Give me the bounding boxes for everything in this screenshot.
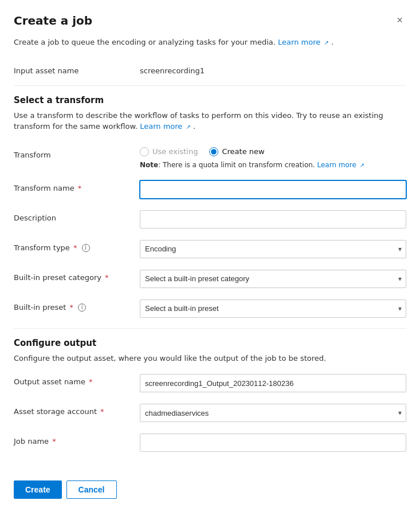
radio-create-new[interactable]: Create new xyxy=(209,147,264,156)
create-button[interactable]: Create xyxy=(14,480,62,499)
job-name-label: Job name * xyxy=(14,434,140,446)
learn-more-link-2[interactable]: Learn more ↗ xyxy=(140,122,193,131)
built-in-preset-select[interactable]: Select a built-in preset xyxy=(140,300,406,318)
built-in-preset-label: Built-in preset * i xyxy=(14,300,140,312)
job-name-row: Job name * xyxy=(14,428,406,458)
description-row: Description xyxy=(14,204,406,234)
transform-type-select[interactable]: Encoding Analyzing xyxy=(140,240,406,258)
dialog-title: Create a job xyxy=(14,14,92,27)
external-link-icon-1: ↗ xyxy=(324,40,328,46)
dialog-header: Create a job × xyxy=(14,14,406,27)
radio-create-new-input[interactable] xyxy=(209,147,218,156)
output-asset-name-row: Output asset name * xyxy=(14,368,406,398)
transform-name-label: Transform name * xyxy=(14,180,140,192)
radio-use-existing-input[interactable] xyxy=(140,147,149,156)
select-transform-title: Select a transform xyxy=(14,95,406,105)
output-asset-name-label: Output asset name * xyxy=(14,374,140,386)
asset-storage-account-label: Asset storage account * xyxy=(14,404,140,416)
input-asset-label: Input asset name xyxy=(14,63,140,75)
preset-category-row: Built-in preset category * Select a buil… xyxy=(14,264,406,294)
external-link-icon-2: ↗ xyxy=(186,124,190,130)
configure-output-section: Configure output Configure the output as… xyxy=(14,338,406,458)
built-in-preset-select-wrapper: Select a built-in preset ▾ xyxy=(140,300,406,318)
transform-radio-group: Use existing Create new xyxy=(140,147,364,156)
asset-storage-account-select-wrapper: chadmediaservices ▾ xyxy=(140,404,406,422)
input-asset-value: screenrecording1 xyxy=(140,63,406,75)
transform-type-row: Transform type * i Encoding Analyzing ▾ xyxy=(14,234,406,264)
asset-storage-account-select[interactable]: chadmediaservices xyxy=(140,404,406,422)
transform-radio-label: Transform xyxy=(14,147,140,159)
transform-type-select-wrapper: Encoding Analyzing ▾ xyxy=(140,240,406,258)
quota-note: Note: There is a quota limit on transfor… xyxy=(140,161,364,169)
preset-category-label: Built-in preset category * xyxy=(14,270,140,282)
description-input[interactable] xyxy=(140,210,406,229)
learn-more-link-3[interactable]: Learn more ↗ xyxy=(317,161,364,169)
description-label: Description xyxy=(14,210,140,222)
header-description: Create a job to queue the encoding or an… xyxy=(14,37,406,48)
divider-2 xyxy=(14,328,406,329)
transform-radio-row: Transform Use existing Create new Note: … xyxy=(14,141,406,175)
output-asset-name-input[interactable] xyxy=(140,374,406,392)
transform-type-info-icon[interactable]: i xyxy=(82,244,90,252)
external-link-icon-3: ↗ xyxy=(360,162,364,168)
transform-name-row: Transform name * xyxy=(14,175,406,204)
preset-category-select[interactable]: Select a built-in preset category xyxy=(140,270,406,288)
transform-type-label: Transform type * i xyxy=(14,240,140,253)
transform-name-input[interactable] xyxy=(140,180,406,199)
job-name-input[interactable] xyxy=(140,434,406,452)
close-button[interactable]: × xyxy=(393,14,406,26)
learn-more-link-1[interactable]: Learn more ↗ xyxy=(278,38,331,46)
divider-1 xyxy=(14,85,406,86)
transform-name-input-wrapper xyxy=(140,180,406,199)
preset-category-select-wrapper: Select a built-in preset category ▾ xyxy=(140,270,406,288)
built-in-preset-info-icon[interactable]: i xyxy=(78,304,86,312)
configure-output-description: Configure the output asset, where you wo… xyxy=(14,353,406,364)
job-name-input-wrapper xyxy=(140,434,406,452)
transform-radio-area: Use existing Create new Note: There is a… xyxy=(140,147,364,169)
transform-name-required: * xyxy=(76,184,82,192)
select-transform-description: Use a transform to describe the workflow… xyxy=(14,110,406,132)
built-in-preset-row: Built-in preset * i Select a built-in pr… xyxy=(14,294,406,324)
output-asset-name-input-wrapper xyxy=(140,374,406,392)
input-asset-row: Input asset name screenrecording1 xyxy=(14,57,406,81)
asset-storage-account-row: Asset storage account * chadmediaservice… xyxy=(14,398,406,428)
cancel-button[interactable]: Cancel xyxy=(66,480,117,499)
create-job-dialog: Create a job × Create a job to queue the… xyxy=(0,0,420,520)
button-row: Create Cancel xyxy=(14,471,406,499)
description-input-wrapper xyxy=(140,210,406,229)
configure-output-title: Configure output xyxy=(14,338,406,348)
radio-use-existing[interactable]: Use existing xyxy=(140,147,198,156)
